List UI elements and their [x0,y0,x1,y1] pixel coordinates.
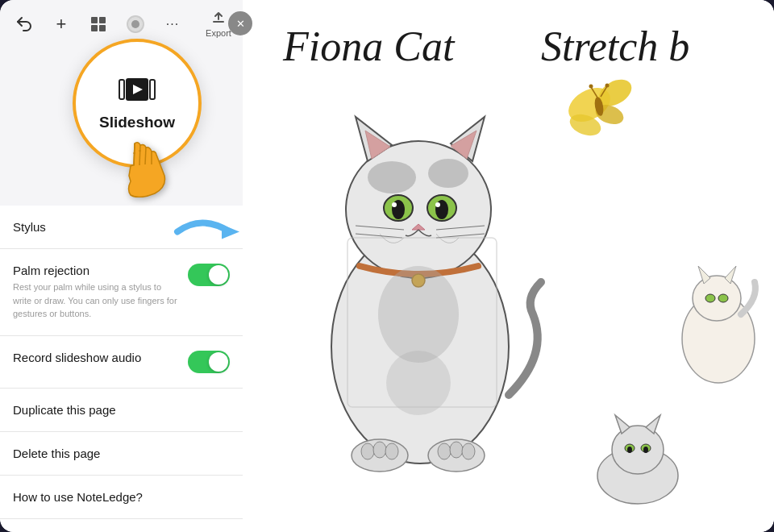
menu-item-palm-rejection[interactable]: Palm rejection Rest your palm while usin… [0,249,243,336]
palm-rejection-text: Palm rejection Rest your palm while usin… [13,264,180,321]
slideshow-play-icon [118,75,156,107]
record-audio-toggle[interactable] [188,351,230,373]
svg-point-67 [718,294,728,302]
svg-point-35 [378,266,459,363]
svg-rect-2 [91,25,98,31]
camera-button[interactable] [121,10,150,39]
menu-item-whats-new[interactable]: What's new ? [0,519,243,533]
grid-button[interactable] [84,10,113,39]
fiona-cat-title: Fiona Cat [282,23,456,69]
svg-point-36 [386,351,451,415]
palm-rejection-toggle[interactable] [188,264,230,286]
more-button[interactable]: ··· [158,10,187,39]
palm-rejection-desc: Rest your palm while using a stylus to w… [13,281,180,321]
svg-point-25 [392,202,397,207]
svg-point-33 [368,161,416,193]
menu-item-record-audio[interactable]: Record slideshow audio [0,336,243,389]
artwork-canvas: Fiona Cat Stretch b [243,0,774,532]
svg-point-34 [428,159,468,188]
record-audio-text: Record slideshow audio [13,351,180,368]
delete-label: Delete this page [13,447,100,460]
svg-rect-8 [150,80,155,99]
close-button-wrapper: ✕ [228,11,252,35]
menu-item-how-to[interactable]: How to use NoteLedge? [0,476,243,519]
svg-point-43 [450,442,463,458]
right-panel: Fiona Cat Stretch b [243,0,774,532]
svg-rect-1 [99,17,106,23]
svg-point-61 [643,447,648,453]
svg-rect-7 [119,80,124,99]
how-to-label: How to use NoteLedge? [13,490,143,504]
slideshow-card-wrapper: Slideshow [73,39,202,168]
svg-point-53 [605,84,610,88]
svg-point-41 [385,443,398,459]
slideshow-label: Slideshow [99,114,175,131]
stretch-title: Stretch b [541,23,689,69]
svg-point-39 [361,443,374,459]
svg-point-42 [438,443,451,459]
svg-point-5 [131,20,139,28]
app-container: + ··· [0,0,774,532]
undo-button[interactable] [10,10,39,39]
svg-rect-3 [99,25,106,31]
close-button[interactable]: ✕ [228,11,252,35]
left-panel: + ··· [0,0,243,532]
svg-point-66 [705,294,715,302]
arrow-right [173,210,246,258]
add-button[interactable]: + [47,10,76,39]
close-icon: ✕ [236,18,245,30]
stylus-label: Stylus [13,220,46,234]
svg-point-63 [693,276,741,321]
duplicate-label: Duplicate this page [13,403,116,417]
svg-point-40 [373,442,386,458]
artwork-svg: Fiona Cat Stretch b [243,0,774,532]
svg-point-55 [612,426,664,474]
svg-point-60 [627,447,632,453]
svg-marker-13 [222,225,239,239]
svg-rect-14 [243,0,774,532]
svg-point-52 [589,85,593,89]
blue-arrow-icon [173,210,246,255]
svg-point-26 [435,202,440,207]
palm-rejection-title: Palm rejection [13,264,180,277]
svg-point-44 [462,443,475,459]
menu-item-delete[interactable]: Delete this page [0,432,243,476]
svg-rect-0 [91,17,98,23]
cursor-hand-icon [114,137,171,208]
record-audio-title: Record slideshow audio [13,351,180,364]
svg-rect-6 [213,21,224,23]
menu-item-duplicate[interactable]: Duplicate this page [0,389,243,432]
